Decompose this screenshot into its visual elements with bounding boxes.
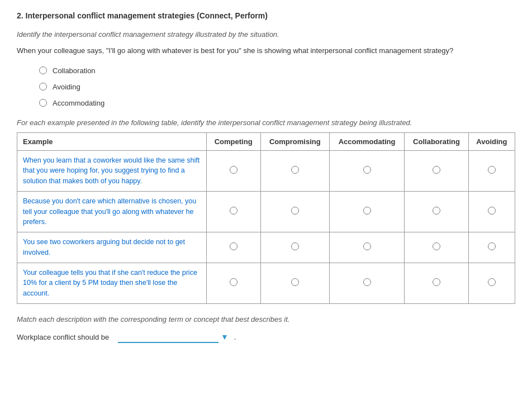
question-text: When your colleague says, "I'll go along…: [17, 45, 515, 56]
row4-example: Your colleague tells you that if she can…: [17, 263, 207, 303]
row1-avoiding: [468, 150, 515, 191]
radio-row1-collaborating[interactable]: [433, 166, 440, 174]
row2-accommodating: [329, 191, 404, 232]
row4-compromising: [260, 263, 329, 303]
row1-example: When you learn that a coworker would lik…: [17, 150, 207, 191]
row1-competing: [206, 150, 260, 191]
radio-accommodating[interactable]: [39, 99, 47, 107]
col-compromising: Compromising: [260, 132, 329, 150]
table-header-row: Example Competing Compromising Accommoda…: [17, 132, 515, 150]
strategy-table: Example Competing Compromising Accommoda…: [17, 132, 515, 304]
option-accommodating: Accommodating: [39, 99, 515, 107]
match-question-prefix: Workplace conflict should be: [17, 333, 109, 341]
dropdown-container: ▼: [118, 331, 232, 343]
label-avoiding: Avoiding: [53, 83, 80, 91]
row1-accommodating: [329, 150, 404, 191]
row4-competing: [206, 263, 260, 303]
radio-options: Collaboration Avoiding Accommodating: [17, 66, 515, 107]
match-section: Match each description with the correspo…: [17, 315, 515, 343]
radio-row2-competing[interactable]: [230, 207, 238, 215]
table-row: Your colleague tells you that if she can…: [17, 263, 515, 303]
dropdown-arrow-icon[interactable]: ▼: [221, 332, 229, 341]
row1-compromising: [260, 150, 329, 191]
match-instruction: Match each description with the correspo…: [17, 315, 515, 323]
table-row: You see two coworkers arguing but decide…: [17, 232, 515, 263]
col-collaborating: Collaborating: [405, 132, 469, 150]
col-avoiding: Avoiding: [468, 132, 515, 150]
row3-accommodating: [329, 232, 404, 263]
match-period: .: [234, 333, 236, 341]
col-competing: Competing: [206, 132, 260, 150]
row2-avoiding: [468, 191, 515, 232]
section-title: 2. Interpersonal conflict management str…: [17, 11, 515, 20]
table-row: Because you don't care which alternative…: [17, 191, 515, 232]
radio-avoiding[interactable]: [39, 83, 47, 91]
row2-competing: [206, 191, 260, 232]
radio-row4-collaborating[interactable]: [433, 278, 440, 286]
instruction-text: Identify the interpersonal conflict mana…: [17, 30, 515, 39]
radio-row4-compromising[interactable]: [291, 278, 299, 286]
col-example: Example: [17, 132, 207, 150]
radio-row4-accommodating[interactable]: [363, 278, 371, 286]
row3-avoiding: [468, 232, 515, 263]
row4-avoiding: [468, 263, 515, 303]
radio-row3-avoiding[interactable]: [488, 242, 496, 250]
row3-compromising: [260, 232, 329, 263]
radio-row2-avoiding[interactable]: [488, 207, 496, 215]
table-row: When you learn that a coworker would lik…: [17, 150, 515, 191]
radio-row2-accommodating[interactable]: [363, 207, 371, 215]
row1-collaborating: [405, 150, 469, 191]
table-instruction: For each example presented in the follow…: [17, 118, 515, 127]
row3-collaborating: [405, 232, 469, 263]
option-avoiding: Avoiding: [39, 83, 515, 91]
match-row-1: Workplace conflict should be ▼ .: [17, 331, 515, 343]
row2-collaborating: [405, 191, 469, 232]
radio-row2-collaborating[interactable]: [433, 207, 440, 215]
radio-row4-competing[interactable]: [230, 278, 238, 286]
radio-row1-competing[interactable]: [230, 166, 238, 174]
radio-row2-compromising[interactable]: [291, 207, 299, 215]
label-collaboration: Collaboration: [53, 66, 96, 75]
radio-row1-accommodating[interactable]: [363, 166, 371, 174]
workplace-conflict-dropdown-input[interactable]: [118, 331, 218, 343]
radio-row3-collaborating[interactable]: [433, 242, 440, 250]
option-collaboration: Collaboration: [39, 66, 515, 75]
row4-accommodating: [329, 263, 404, 303]
row2-compromising: [260, 191, 329, 232]
row2-example: Because you don't care which alternative…: [17, 191, 207, 232]
col-accommodating: Accommodating: [329, 132, 404, 150]
row3-competing: [206, 232, 260, 263]
radio-row3-compromising[interactable]: [291, 242, 299, 250]
row4-collaborating: [405, 263, 469, 303]
radio-row3-accommodating[interactable]: [363, 242, 371, 250]
radio-row3-competing[interactable]: [230, 242, 238, 250]
label-accommodating: Accommodating: [53, 99, 104, 107]
radio-row1-compromising[interactable]: [291, 166, 299, 174]
radio-row1-avoiding[interactable]: [488, 166, 496, 174]
radio-row4-avoiding[interactable]: [488, 278, 496, 286]
radio-collaboration[interactable]: [39, 66, 47, 74]
row3-example: You see two coworkers arguing but decide…: [17, 232, 207, 263]
